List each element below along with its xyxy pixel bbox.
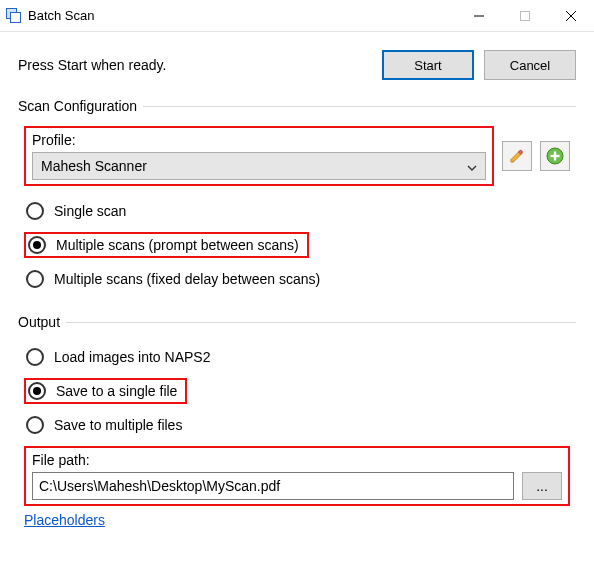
filepath-input[interactable]: C:\Users\Mahesh\Desktop\MyScan.pdf bbox=[32, 472, 514, 500]
start-button[interactable]: Start bbox=[382, 50, 474, 80]
radio-label: Single scan bbox=[54, 203, 126, 219]
filepath-highlight: File path: C:\Users\Mahesh\Desktop\MySca… bbox=[24, 446, 570, 506]
radio-icon bbox=[26, 202, 44, 220]
filepath-label: File path: bbox=[32, 452, 562, 468]
placeholders-link[interactable]: Placeholders bbox=[24, 512, 105, 528]
top-row: Press Start when ready. Start Cancel bbox=[18, 50, 576, 80]
radio-icon bbox=[26, 270, 44, 288]
svg-rect-1 bbox=[521, 11, 530, 20]
scan-config-group: Scan Configuration Profile: Mahesh Scann… bbox=[18, 98, 576, 298]
radio-multi-file[interactable]: Save to multiple files bbox=[24, 410, 570, 440]
radio-icon bbox=[26, 416, 44, 434]
window-title: Batch Scan bbox=[28, 8, 95, 23]
radio-single-file[interactable]: Save to a single file bbox=[24, 378, 187, 404]
radio-label: Multiple scans (fixed delay between scan… bbox=[54, 271, 320, 287]
output-group: Output Load images into NAPS2 Save to a … bbox=[18, 314, 576, 532]
add-profile-button[interactable] bbox=[540, 141, 570, 171]
output-legend: Output bbox=[18, 314, 66, 330]
chevron-down-icon bbox=[467, 158, 477, 174]
radio-multi-delay[interactable]: Multiple scans (fixed delay between scan… bbox=[24, 264, 570, 294]
radio-icon bbox=[26, 348, 44, 366]
radio-load-naps2[interactable]: Load images into NAPS2 bbox=[24, 342, 570, 372]
profile-label: Profile: bbox=[32, 132, 486, 148]
radio-label: Save to multiple files bbox=[54, 417, 182, 433]
filepath-value: C:\Users\Mahesh\Desktop\MyScan.pdf bbox=[39, 478, 280, 494]
radio-single-scan[interactable]: Single scan bbox=[24, 196, 570, 226]
plus-circle-icon bbox=[546, 147, 564, 165]
profile-highlight: Profile: Mahesh Scanner bbox=[24, 126, 494, 186]
ready-message: Press Start when ready. bbox=[18, 57, 382, 73]
scan-config-legend: Scan Configuration bbox=[18, 98, 143, 114]
edit-profile-button[interactable] bbox=[502, 141, 532, 171]
radio-label: Multiple scans (prompt between scans) bbox=[56, 237, 299, 253]
pencil-icon bbox=[509, 148, 525, 164]
radio-icon bbox=[28, 382, 46, 400]
profile-value: Mahesh Scanner bbox=[41, 158, 147, 174]
radio-label: Load images into NAPS2 bbox=[54, 349, 210, 365]
app-icon bbox=[6, 8, 22, 24]
minimize-button[interactable] bbox=[456, 0, 502, 32]
radio-label: Save to a single file bbox=[56, 383, 177, 399]
radio-icon bbox=[28, 236, 46, 254]
radio-single-file-row: Save to a single file bbox=[24, 372, 570, 410]
browse-button[interactable]: ... bbox=[522, 472, 562, 500]
maximize-button bbox=[502, 0, 548, 32]
titlebar: Batch Scan bbox=[0, 0, 594, 32]
radio-multi-prompt[interactable]: Multiple scans (prompt between scans) bbox=[24, 232, 309, 258]
radio-multi-prompt-row: Multiple scans (prompt between scans) bbox=[24, 226, 570, 264]
close-button[interactable] bbox=[548, 0, 594, 32]
profile-select[interactable]: Mahesh Scanner bbox=[32, 152, 486, 180]
cancel-button[interactable]: Cancel bbox=[484, 50, 576, 80]
